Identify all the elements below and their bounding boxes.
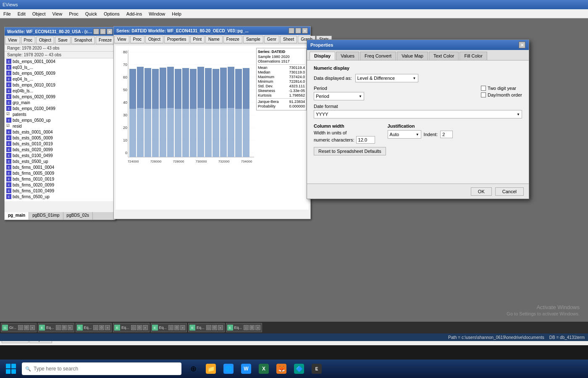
taskbar-eq3-btn1[interactable]: □ — [131, 325, 136, 330]
workfile-list-item[interactable]: Ebds_emps_0001_0004 — [5, 58, 115, 64]
wf-btn-proc[interactable]: Proc — [21, 37, 36, 44]
taskbar-eq1-btn3[interactable]: × — [68, 325, 73, 330]
series-btn-proc[interactable]: Proc — [130, 36, 145, 43]
tab-fill-color[interactable]: Fill Color — [459, 52, 487, 60]
taskbar-eq4-btn2[interactable]: ⊡ — [174, 325, 179, 330]
series-btn-view[interactable]: View — [114, 36, 129, 43]
workfile-list-item[interactable]: Ebds_emps_0500_up — [5, 117, 115, 123]
cancel-button[interactable]: Cancel — [495, 187, 524, 196]
reset-spreadsheet-btn[interactable]: Reset to Spreadsheet Defaults — [314, 147, 386, 155]
workfile-list-item[interactable]: Ebds_firms_0500_up — [5, 194, 115, 200]
tab-display[interactable]: Display — [310, 52, 335, 60]
workfile-list-item[interactable]: Ebds_emps_0100_0499 — [5, 105, 115, 111]
workfile-list-item[interactable]: Ebds_ests_0001_0004 — [5, 129, 115, 135]
start-button[interactable] — [2, 361, 20, 376]
series-btn-object[interactable]: Object — [145, 36, 163, 43]
wf-btn-snapshot[interactable]: Snapshot — [71, 37, 95, 44]
period-dropdown[interactable]: Period ▼ — [314, 92, 364, 100]
workfile-list-item[interactable]: Ebds_ests_0100_0499 — [5, 152, 115, 158]
tab-text-color[interactable]: Text Color — [429, 52, 459, 60]
ok-button[interactable]: OK — [471, 187, 492, 196]
workfile-list-item[interactable]: Ebds_firms_0100_0499 — [5, 188, 115, 194]
series-btn-sample[interactable]: Sample — [243, 36, 263, 43]
dialog-close-btn[interactable]: ✕ — [519, 42, 525, 48]
workfile-maximize[interactable]: □ — [100, 29, 106, 34]
wf-btn-freeze[interactable]: Freeze — [96, 37, 115, 44]
menu-options[interactable]: Options — [100, 10, 123, 17]
wf-btn-object[interactable]: Object — [36, 37, 54, 44]
workfile-list-item[interactable]: ☑patents — [5, 111, 115, 117]
taskbar-gr-btn2[interactable]: ⊡ — [24, 325, 29, 330]
wf-btn-save[interactable]: Save — [55, 37, 71, 44]
taskbar-eq1-btn2[interactable]: ⊡ — [62, 325, 67, 330]
series-maximize[interactable]: □ — [295, 28, 301, 34]
workfile-list-item[interactable]: Ebds_firms_0001_0004 — [5, 164, 115, 170]
workfile-close[interactable]: × — [107, 29, 113, 34]
workfile-list-item[interactable]: Ebds_ests_0500_up — [5, 158, 115, 164]
menu-addins[interactable]: Add-ins — [123, 10, 145, 17]
tab-value-map[interactable]: Value Map — [397, 52, 428, 60]
series-btn-genr[interactable]: Genr — [264, 36, 279, 43]
taskbar-eq2-btn1[interactable]: □ — [93, 325, 98, 330]
menu-window[interactable]: Window — [145, 10, 168, 17]
taskbar-eq3-btn3[interactable]: × — [143, 325, 148, 330]
series-btn-print[interactable]: Print — [190, 36, 205, 43]
menu-object[interactable]: Object — [29, 10, 49, 17]
date-format-dropdown[interactable]: YYYY ▼ — [314, 110, 522, 118]
two-digit-year-checkbox[interactable] — [481, 86, 486, 91]
workfile-list-item[interactable]: Ebds_firms_0010_0019 — [5, 176, 115, 182]
workfile-list-item[interactable]: c — [5, 200, 115, 201]
taskbar-eq4-btn3[interactable]: × — [180, 325, 185, 330]
indent-input[interactable] — [440, 131, 453, 138]
series-btn-properties[interactable]: Properties — [164, 36, 189, 43]
taskbar-eq4-btn1[interactable]: □ — [168, 325, 173, 330]
taskbar-app-edge[interactable]: 🌐 — [220, 361, 237, 376]
workfile-list-item[interactable]: Ebds_firms_0020_0099 — [5, 182, 115, 188]
wf-tab-pgbds02[interactable]: pgBDS_02s — [63, 212, 93, 220]
series-btn-sheet[interactable]: Sheet — [280, 36, 297, 43]
workfile-list-item[interactable]: Ebds_emps_0005_0009 — [5, 70, 115, 76]
series-btn-freeze[interactable]: Freeze — [223, 36, 242, 43]
workfile-minimize[interactable]: _ — [93, 29, 99, 34]
tab-freq-convert[interactable]: Freq Convert — [360, 52, 396, 60]
taskbar-app-eviews[interactable]: E — [308, 361, 325, 376]
series-btn-name[interactable]: Name — [205, 36, 223, 43]
taskbar-app-cortana[interactable]: ⊕ — [185, 361, 202, 376]
menu-view[interactable]: View — [49, 10, 66, 17]
tab-values[interactable]: Values — [336, 52, 359, 60]
workfile-list-item[interactable]: Ebds_firms_0005_0009 — [5, 170, 115, 176]
taskbar-eq6-btn2[interactable]: ⊡ — [249, 325, 255, 330]
taskbar-eq6-btn3[interactable]: × — [255, 325, 260, 330]
taskbar-eq3-btn2[interactable]: ⊡ — [137, 325, 142, 330]
wf-tab-pgmain[interactable]: pg_main — [5, 212, 29, 220]
wf-tab-pgbds01[interactable]: pgBDS_01imp — [29, 212, 63, 220]
series-minimize[interactable]: _ — [289, 28, 294, 34]
taskbar-eq1-btn1[interactable]: □ — [56, 325, 61, 330]
menu-help[interactable]: Help — [168, 10, 185, 17]
workfile-list-item[interactable]: Ebds_emps_0010_0019 — [5, 82, 115, 88]
data-displayed-dropdown[interactable]: Level & Difference ▼ — [355, 74, 418, 82]
taskbar-eq5-btn3[interactable]: × — [218, 325, 223, 330]
menu-edit[interactable]: Edit — [14, 10, 29, 17]
taskbar-search[interactable]: 🔍 Type here to search — [22, 362, 181, 375]
taskbar-app-firefox[interactable]: 🦊 — [273, 361, 290, 376]
workfile-list-item[interactable]: Eeq03_ls_... — [5, 64, 115, 70]
day-month-order-checkbox[interactable] — [481, 92, 486, 97]
taskbar-app-app1[interactable]: 🔷 — [291, 361, 307, 376]
taskbar-eq5-btn1[interactable]: □ — [206, 325, 211, 330]
menu-file[interactable]: File — [0, 10, 14, 17]
workfile-list-item[interactable]: Ebds_ests_0005_0009 — [5, 135, 115, 141]
justification-dropdown[interactable]: Auto ▼ — [388, 130, 421, 139]
col-width-input[interactable] — [356, 136, 375, 144]
taskbar-app-excel[interactable]: X — [255, 361, 272, 376]
taskbar-gr-btn1[interactable]: □ — [18, 325, 23, 330]
workfile-list-item[interactable]: Ebds_ests_0020_0099 — [5, 147, 115, 152]
taskbar-app-explorer[interactable]: 📁 — [202, 361, 219, 376]
workfile-list-item[interactable]: ☑resid — [5, 123, 115, 129]
workfile-list-item[interactable]: Eeq04b_ls... — [5, 88, 115, 94]
taskbar-eq6-btn1[interactable]: □ — [244, 325, 249, 330]
workfile-list-item[interactable]: Egrp_main — [5, 100, 115, 105]
workfile-list-item[interactable]: Ebds_emps_0020_0099 — [5, 94, 115, 100]
taskbar-gr-btn3[interactable]: × — [30, 325, 35, 330]
taskbar-eq5-btn2[interactable]: ⊡ — [212, 325, 217, 330]
